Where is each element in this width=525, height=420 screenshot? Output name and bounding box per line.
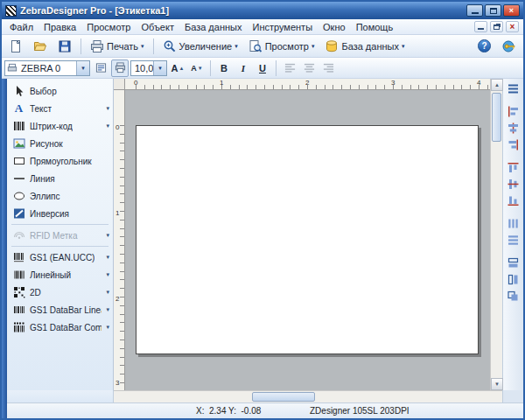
- app-icon: [5, 5, 17, 17]
- menu-help[interactable]: Помощь: [351, 21, 399, 33]
- align-text-center-button[interactable]: [300, 60, 318, 77]
- ruler-number: 3: [391, 79, 395, 87]
- label-page[interactable]: [136, 125, 479, 354]
- toolbox-separator: [11, 246, 108, 247]
- same-height-icon: [507, 274, 520, 285]
- bold-button[interactable]: B: [215, 60, 233, 77]
- ruler-number: 3: [116, 379, 119, 387]
- tool-2d[interactable]: 2D ▾: [7, 284, 113, 301]
- menu-file[interactable]: Файл: [4, 21, 38, 33]
- down-arrow-icon: ▼: [494, 382, 500, 387]
- new-label-button[interactable]: [4, 37, 27, 55]
- minimize-button[interactable]: [466, 4, 483, 17]
- tool-gs1-databar-linear[interactable]: GS1 DataBar Linear ▾: [7, 301, 113, 318]
- align-left-button[interactable]: [505, 104, 522, 119]
- tool-barcode[interactable]: Штрих-код ▾: [7, 117, 113, 135]
- help-icon: ?: [478, 39, 491, 52]
- align-text-right-button[interactable]: [319, 60, 337, 77]
- tool-inverse[interactable]: Инверсия: [7, 205, 113, 222]
- close-button[interactable]: ×: [503, 4, 520, 17]
- menu-tools[interactable]: Инструменты: [247, 21, 318, 33]
- font-name-value: ZEBRA 0: [18, 63, 76, 74]
- license-key-button[interactable]: [498, 37, 521, 55]
- maximize-button[interactable]: [485, 4, 501, 17]
- down-arrow-icon: ▼: [198, 66, 203, 71]
- format-toolbar: ZEBRA 0 ▾ 10,0 ▾ A▲ A▼ B I U: [2, 58, 523, 79]
- zoom-dropdown-icon: ▾: [234, 43, 238, 49]
- chevron-down-icon: ▾: [106, 271, 109, 278]
- tool-linear[interactable]: Линейный ▾: [7, 266, 113, 284]
- menu-view[interactable]: Просмотр: [81, 21, 136, 33]
- database-button[interactable]: База данных ▾: [320, 37, 409, 55]
- tool-ellipse[interactable]: Эллипс: [7, 187, 113, 205]
- vertical-scroll-thumb[interactable]: [492, 93, 501, 142]
- zoom-icon: [163, 39, 177, 53]
- scroll-row-right-filler: [502, 390, 523, 402]
- ruler-number: 1: [116, 209, 119, 217]
- italic-label: I: [242, 63, 245, 74]
- tool-gs1-databar-composite[interactable]: GS1 DataBar Composite ▾: [7, 318, 113, 336]
- scroll-up-button[interactable]: ▲: [491, 79, 503, 91]
- menu-database[interactable]: База данных: [179, 21, 248, 33]
- italic-button[interactable]: I: [234, 60, 252, 77]
- align-text-left-button[interactable]: [281, 60, 298, 77]
- align-bottom-button[interactable]: [505, 193, 522, 208]
- tool-label: Линия: [30, 174, 55, 184]
- tool-rectangle[interactable]: Прямоугольник: [7, 152, 113, 170]
- gs1-barcode-icon: [12, 251, 25, 264]
- tool-text[interactable]: A Текст ▾: [7, 100, 113, 117]
- tool-picture[interactable]: Рисунок: [7, 135, 113, 152]
- chevron-down-icon: ▾: [106, 105, 109, 112]
- align-text-left-icon: [284, 62, 296, 74]
- font-dialog-button[interactable]: [92, 60, 109, 77]
- open-label-button[interactable]: [29, 37, 52, 55]
- distribute-h-icon: [507, 218, 520, 229]
- arrange-button[interactable]: [505, 81, 522, 96]
- tool-label: GS1 DataBar Linear: [30, 305, 102, 315]
- tool-select[interactable]: Выбор: [7, 82, 113, 100]
- printer-fonts-toggle[interactable]: [111, 60, 129, 77]
- zoom-button[interactable]: Увеличение ▾: [158, 37, 242, 55]
- increase-font-button[interactable]: A▲: [169, 60, 186, 77]
- align-center-h-button[interactable]: [505, 121, 522, 136]
- tool-label: GS1 (EAN.UCC): [30, 253, 94, 262]
- same-width-button[interactable]: [505, 256, 522, 270]
- underline-button[interactable]: U: [254, 60, 271, 77]
- align-top-button[interactable]: [505, 160, 522, 175]
- align-toolbar: [502, 79, 523, 390]
- font-size-arrow[interactable]: ▾: [153, 61, 166, 75]
- horizontal-scrollbar[interactable]: [114, 390, 502, 402]
- align-middle-button[interactable]: [505, 177, 522, 192]
- mdi-restore-button[interactable]: [490, 21, 503, 32]
- scroll-down-button[interactable]: ▼: [491, 378, 503, 390]
- menu-edit[interactable]: Правка: [38, 21, 81, 33]
- mdi-close-button[interactable]: ×: [506, 21, 519, 32]
- menu-window[interactable]: Окно: [318, 21, 351, 33]
- font-name-arrow[interactable]: ▾: [76, 61, 89, 75]
- font-name-combo[interactable]: ZEBRA 0 ▾: [4, 60, 90, 76]
- save-label-button[interactable]: [53, 37, 76, 55]
- cursor-icon: [12, 85, 25, 98]
- tool-gs1-ean-ucc[interactable]: GS1 (EAN.UCC) ▾: [7, 248, 113, 266]
- help-button[interactable]: ?: [473, 37, 495, 55]
- horizontal-scroll-thumb[interactable]: [252, 392, 315, 402]
- text-icon: A: [12, 102, 25, 116]
- print-button[interactable]: Печать ▾: [86, 37, 149, 55]
- decrease-font-button[interactable]: A▼: [188, 60, 206, 77]
- window-controls: ×: [466, 4, 520, 17]
- main-area: Выбор A Текст ▾ Штрих-код ▾ Рисунок Прям…: [2, 79, 523, 390]
- menu-object[interactable]: Объект: [136, 21, 178, 33]
- same-size-button[interactable]: [505, 289, 522, 304]
- distribute-h-button[interactable]: [505, 216, 522, 231]
- design-canvas[interactable]: 0 1 2 3 4 0 1 2 3 ▲ ▼: [114, 79, 502, 390]
- mdi-minimize-button[interactable]: [474, 21, 487, 32]
- canvas-workspace[interactable]: [125, 90, 490, 390]
- align-right-button[interactable]: [505, 137, 522, 152]
- vertical-scrollbar[interactable]: ▲ ▼: [490, 79, 502, 390]
- ruler-number: 2: [305, 79, 309, 87]
- distribute-v-button[interactable]: [505, 233, 522, 248]
- font-size-combo[interactable]: 10,0 ▾: [130, 60, 167, 76]
- same-height-button[interactable]: [505, 272, 522, 287]
- tool-line[interactable]: Линия: [7, 170, 113, 187]
- view-button[interactable]: Просмотр ▾: [244, 37, 319, 55]
